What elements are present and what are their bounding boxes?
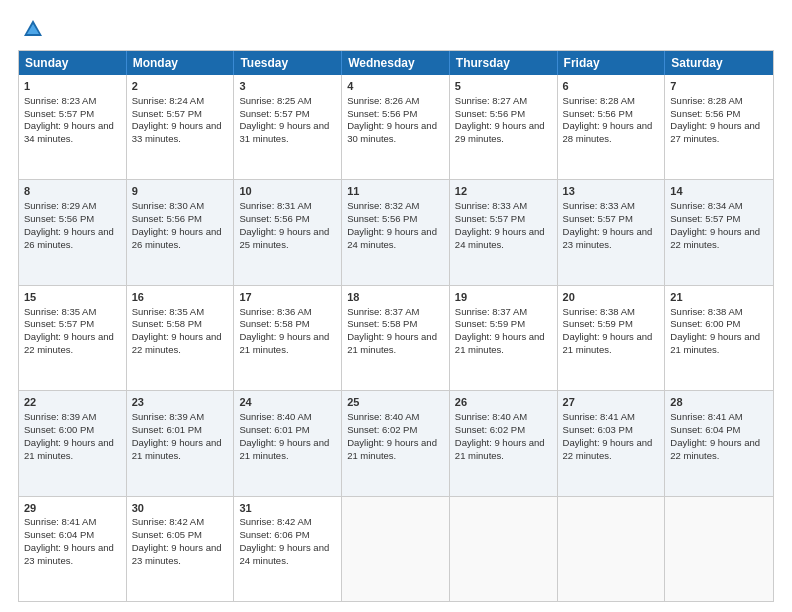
day-number: 17 bbox=[239, 290, 336, 305]
daylight-text: Daylight: 9 hours and 22 minutes. bbox=[563, 437, 653, 461]
calendar-cell-7: 7Sunrise: 8:28 AMSunset: 5:56 PMDaylight… bbox=[665, 75, 773, 179]
calendar-cell-16: 16Sunrise: 8:35 AMSunset: 5:58 PMDayligh… bbox=[127, 286, 235, 390]
calendar-cell-empty bbox=[342, 497, 450, 601]
sunrise-text: Sunrise: 8:32 AM bbox=[347, 200, 419, 211]
day-number: 21 bbox=[670, 290, 768, 305]
calendar-row-4: 22Sunrise: 8:39 AMSunset: 6:00 PMDayligh… bbox=[19, 390, 773, 495]
day-number: 19 bbox=[455, 290, 552, 305]
calendar-cell-empty bbox=[450, 497, 558, 601]
sunset-text: Sunset: 6:04 PM bbox=[670, 424, 740, 435]
calendar-row-3: 15Sunrise: 8:35 AMSunset: 5:57 PMDayligh… bbox=[19, 285, 773, 390]
daylight-text: Daylight: 9 hours and 21 minutes. bbox=[132, 437, 222, 461]
calendar-cell-11: 11Sunrise: 8:32 AMSunset: 5:56 PMDayligh… bbox=[342, 180, 450, 284]
daylight-text: Daylight: 9 hours and 21 minutes. bbox=[239, 331, 329, 355]
day-number: 14 bbox=[670, 184, 768, 199]
header-day-tuesday: Tuesday bbox=[234, 51, 342, 75]
sunrise-text: Sunrise: 8:40 AM bbox=[239, 411, 311, 422]
sunrise-text: Sunrise: 8:42 AM bbox=[132, 516, 204, 527]
sunrise-text: Sunrise: 8:39 AM bbox=[24, 411, 96, 422]
calendar-cell-3: 3Sunrise: 8:25 AMSunset: 5:57 PMDaylight… bbox=[234, 75, 342, 179]
calendar-cell-19: 19Sunrise: 8:37 AMSunset: 5:59 PMDayligh… bbox=[450, 286, 558, 390]
sunrise-text: Sunrise: 8:26 AM bbox=[347, 95, 419, 106]
day-number: 11 bbox=[347, 184, 444, 199]
calendar-cell-15: 15Sunrise: 8:35 AMSunset: 5:57 PMDayligh… bbox=[19, 286, 127, 390]
sunrise-text: Sunrise: 8:37 AM bbox=[455, 306, 527, 317]
sunset-text: Sunset: 5:57 PM bbox=[670, 213, 740, 224]
sunrise-text: Sunrise: 8:34 AM bbox=[670, 200, 742, 211]
sunrise-text: Sunrise: 8:28 AM bbox=[670, 95, 742, 106]
sunset-text: Sunset: 6:06 PM bbox=[239, 529, 309, 540]
daylight-text: Daylight: 9 hours and 23 minutes. bbox=[132, 542, 222, 566]
daylight-text: Daylight: 9 hours and 23 minutes. bbox=[24, 542, 114, 566]
calendar-header: SundayMondayTuesdayWednesdayThursdayFrid… bbox=[19, 51, 773, 75]
daylight-text: Daylight: 9 hours and 21 minutes. bbox=[563, 331, 653, 355]
calendar-cell-12: 12Sunrise: 8:33 AMSunset: 5:57 PMDayligh… bbox=[450, 180, 558, 284]
day-number: 6 bbox=[563, 79, 660, 94]
sunrise-text: Sunrise: 8:39 AM bbox=[132, 411, 204, 422]
daylight-text: Daylight: 9 hours and 21 minutes. bbox=[455, 331, 545, 355]
logo-icon bbox=[22, 18, 44, 40]
calendar-cell-29: 29Sunrise: 8:41 AMSunset: 6:04 PMDayligh… bbox=[19, 497, 127, 601]
day-number: 1 bbox=[24, 79, 121, 94]
sunset-text: Sunset: 6:00 PM bbox=[670, 318, 740, 329]
daylight-text: Daylight: 9 hours and 24 minutes. bbox=[455, 226, 545, 250]
calendar-cell-2: 2Sunrise: 8:24 AMSunset: 5:57 PMDaylight… bbox=[127, 75, 235, 179]
sunrise-text: Sunrise: 8:25 AM bbox=[239, 95, 311, 106]
day-number: 20 bbox=[563, 290, 660, 305]
day-number: 27 bbox=[563, 395, 660, 410]
day-number: 28 bbox=[670, 395, 768, 410]
sunset-text: Sunset: 5:58 PM bbox=[347, 318, 417, 329]
sunrise-text: Sunrise: 8:38 AM bbox=[563, 306, 635, 317]
day-number: 29 bbox=[24, 501, 121, 516]
daylight-text: Daylight: 9 hours and 21 minutes. bbox=[455, 437, 545, 461]
sunrise-text: Sunrise: 8:41 AM bbox=[670, 411, 742, 422]
sunset-text: Sunset: 5:57 PM bbox=[563, 213, 633, 224]
calendar-cell-20: 20Sunrise: 8:38 AMSunset: 5:59 PMDayligh… bbox=[558, 286, 666, 390]
daylight-text: Daylight: 9 hours and 21 minutes. bbox=[239, 437, 329, 461]
day-number: 8 bbox=[24, 184, 121, 199]
sunrise-text: Sunrise: 8:40 AM bbox=[455, 411, 527, 422]
calendar-cell-4: 4Sunrise: 8:26 AMSunset: 5:56 PMDaylight… bbox=[342, 75, 450, 179]
calendar-cell-25: 25Sunrise: 8:40 AMSunset: 6:02 PMDayligh… bbox=[342, 391, 450, 495]
sunset-text: Sunset: 5:58 PM bbox=[132, 318, 202, 329]
sunrise-text: Sunrise: 8:24 AM bbox=[132, 95, 204, 106]
day-number: 3 bbox=[239, 79, 336, 94]
daylight-text: Daylight: 9 hours and 21 minutes. bbox=[347, 331, 437, 355]
daylight-text: Daylight: 9 hours and 26 minutes. bbox=[24, 226, 114, 250]
calendar-cell-5: 5Sunrise: 8:27 AMSunset: 5:56 PMDaylight… bbox=[450, 75, 558, 179]
sunset-text: Sunset: 5:56 PM bbox=[670, 108, 740, 119]
sunrise-text: Sunrise: 8:38 AM bbox=[670, 306, 742, 317]
daylight-text: Daylight: 9 hours and 21 minutes. bbox=[670, 331, 760, 355]
day-number: 16 bbox=[132, 290, 229, 305]
day-number: 24 bbox=[239, 395, 336, 410]
daylight-text: Daylight: 9 hours and 30 minutes. bbox=[347, 120, 437, 144]
daylight-text: Daylight: 9 hours and 22 minutes. bbox=[24, 331, 114, 355]
sunset-text: Sunset: 5:56 PM bbox=[563, 108, 633, 119]
sunrise-text: Sunrise: 8:42 AM bbox=[239, 516, 311, 527]
sunset-text: Sunset: 5:56 PM bbox=[132, 213, 202, 224]
sunrise-text: Sunrise: 8:30 AM bbox=[132, 200, 204, 211]
sunrise-text: Sunrise: 8:37 AM bbox=[347, 306, 419, 317]
calendar-cell-1: 1Sunrise: 8:23 AMSunset: 5:57 PMDaylight… bbox=[19, 75, 127, 179]
sunrise-text: Sunrise: 8:40 AM bbox=[347, 411, 419, 422]
day-number: 31 bbox=[239, 501, 336, 516]
calendar-row-2: 8Sunrise: 8:29 AMSunset: 5:56 PMDaylight… bbox=[19, 179, 773, 284]
calendar-cell-23: 23Sunrise: 8:39 AMSunset: 6:01 PMDayligh… bbox=[127, 391, 235, 495]
calendar-cell-17: 17Sunrise: 8:36 AMSunset: 5:58 PMDayligh… bbox=[234, 286, 342, 390]
header-day-wednesday: Wednesday bbox=[342, 51, 450, 75]
sunrise-text: Sunrise: 8:36 AM bbox=[239, 306, 311, 317]
sunset-text: Sunset: 6:04 PM bbox=[24, 529, 94, 540]
page: SundayMondayTuesdayWednesdayThursdayFrid… bbox=[0, 0, 792, 612]
daylight-text: Daylight: 9 hours and 26 minutes. bbox=[132, 226, 222, 250]
sunrise-text: Sunrise: 8:23 AM bbox=[24, 95, 96, 106]
sunset-text: Sunset: 6:00 PM bbox=[24, 424, 94, 435]
daylight-text: Daylight: 9 hours and 28 minutes. bbox=[563, 120, 653, 144]
calendar: SundayMondayTuesdayWednesdayThursdayFrid… bbox=[18, 50, 774, 602]
daylight-text: Daylight: 9 hours and 34 minutes. bbox=[24, 120, 114, 144]
daylight-text: Daylight: 9 hours and 27 minutes. bbox=[670, 120, 760, 144]
sunrise-text: Sunrise: 8:41 AM bbox=[24, 516, 96, 527]
sunrise-text: Sunrise: 8:41 AM bbox=[563, 411, 635, 422]
sunset-text: Sunset: 5:58 PM bbox=[239, 318, 309, 329]
daylight-text: Daylight: 9 hours and 24 minutes. bbox=[347, 226, 437, 250]
calendar-cell-10: 10Sunrise: 8:31 AMSunset: 5:56 PMDayligh… bbox=[234, 180, 342, 284]
